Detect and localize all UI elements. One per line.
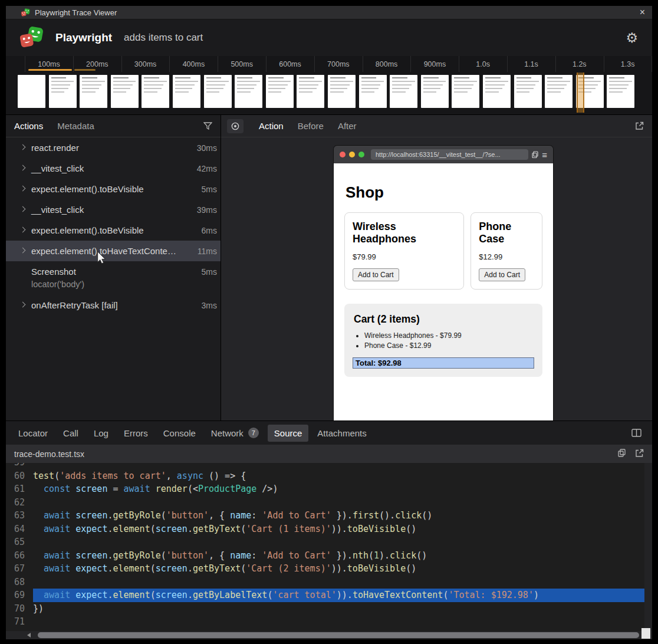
timeline-thumbnail[interactable]	[359, 75, 387, 108]
chevron-right-icon[interactable]	[20, 144, 26, 150]
tab-locator[interactable]: Locator	[12, 425, 54, 442]
tab-after[interactable]: After	[338, 121, 357, 131]
menu-icon[interactable]: ≡	[542, 150, 547, 159]
tab-attachments[interactable]: Attachments	[311, 425, 373, 442]
cart-box: Cart (2 items) Wireless Headphones - $79…	[344, 304, 542, 377]
line-number: 59	[6, 463, 25, 469]
action-item[interactable]: Screenshot5mslocator('body')	[6, 261, 221, 295]
timeline-thumbnail[interactable]	[545, 75, 573, 108]
chevron-right-icon[interactable]	[20, 186, 26, 192]
action-row[interactable]: Screenshot5ms	[6, 261, 221, 282]
action-row[interactable]: expect.element().toHaveTextConte…11ms	[6, 241, 221, 261]
code-line: 66 await screen.getByRole('button', { na…	[6, 549, 652, 563]
actions-panel: ActionsMetadata react.render30ms__vitest…	[6, 115, 221, 420]
code-line: 64 await expect.element(screen.getByText…	[6, 523, 652, 536]
action-row[interactable]: expect.element().toBeVisible5ms	[6, 179, 221, 199]
pick-locator-button[interactable]	[227, 119, 244, 133]
horizontal-scrollbar[interactable]	[6, 631, 652, 639]
url-bar[interactable]: http://localhost:63315/__vitest_test__/?…	[371, 149, 528, 160]
timeline-gridline	[410, 56, 411, 72]
timeline-thumbnail[interactable]	[607, 75, 634, 108]
copy-icon[interactable]	[618, 449, 626, 459]
tab-call[interactable]: Call	[57, 425, 85, 442]
split-view-icon[interactable]	[631, 429, 641, 437]
timeline-thumbnail[interactable]	[297, 75, 324, 108]
action-item[interactable]: expect.element().toBeVisible6ms	[6, 220, 221, 241]
timeline-thumbnail[interactable]	[483, 75, 511, 108]
timeline[interactable]: 100ms200ms300ms400ms500ms600ms700ms800ms…	[6, 56, 652, 115]
line-number: 62	[6, 496, 25, 510]
action-row[interactable]: __vitest_click39ms	[6, 199, 221, 220]
tab-errors[interactable]: Errors	[117, 425, 154, 442]
timeline-action-span	[74, 69, 96, 71]
chevron-right-icon[interactable]	[20, 227, 26, 233]
timeline-thumbnail[interactable]	[390, 75, 417, 108]
vertical-scrollbar[interactable]	[644, 463, 652, 631]
tab-label: Locator	[18, 428, 48, 438]
action-item[interactable]: react.render30ms	[6, 137, 221, 158]
tab-source[interactable]: Source	[268, 425, 309, 442]
timeline-thumbnail[interactable]	[514, 75, 542, 108]
action-row[interactable]: onAfterRetryTask [fail]3ms	[6, 295, 221, 316]
timeline-thumbnail[interactable]	[80, 75, 107, 108]
tab-metadata[interactable]: Metadata	[57, 121, 94, 131]
action-item[interactable]: __vitest_click42ms	[6, 158, 221, 179]
cart-title: Cart (2 items)	[354, 313, 534, 326]
chevron-right-icon[interactable]	[20, 248, 26, 254]
code-text	[33, 463, 652, 469]
open-external-icon[interactable]	[635, 121, 644, 130]
code-line: 69 await expect.element(screen.getByLabe…	[6, 589, 652, 602]
action-row[interactable]: expect.element().toBeVisible6ms	[6, 220, 221, 241]
timeline-gridline	[121, 56, 122, 72]
action-item[interactable]: expect.element().toHaveTextConte…11ms	[6, 241, 221, 261]
tab-console[interactable]: Console	[157, 425, 202, 442]
code-line: 67 await expect.element(screen.getByText…	[6, 562, 652, 576]
close-icon[interactable]: ×	[640, 8, 645, 17]
action-label: react.render	[31, 143, 79, 153]
tab-log[interactable]: Log	[87, 425, 115, 442]
network-badge: 7	[248, 428, 259, 438]
copy-url-icon[interactable]	[532, 151, 538, 158]
tab-action[interactable]: Action	[259, 121, 284, 131]
timeline-thumbnail[interactable]	[49, 75, 77, 108]
scroll-left-arrow-icon[interactable]	[27, 633, 31, 638]
action-row[interactable]: react.render30ms	[6, 137, 221, 158]
filter-icon[interactable]	[203, 122, 212, 130]
chevron-right-icon[interactable]	[20, 206, 26, 212]
chevron-right-icon[interactable]	[20, 165, 26, 171]
timeline-thumbnail[interactable]	[421, 75, 449, 108]
line-number: 66	[6, 549, 25, 563]
code-text: await screen.getByRole('button', { name:…	[33, 509, 652, 523]
timeline-thumbnail[interactable]	[142, 75, 169, 108]
action-item[interactable]: onAfterRetryTask [fail]3ms	[6, 295, 221, 316]
line-number: 68	[6, 576, 25, 589]
timeline-tick: 600ms	[279, 60, 301, 68]
cart-item: Phone Case - $12.99	[364, 341, 534, 350]
product-price: $12.99	[479, 252, 534, 261]
scrollbar-thumb[interactable]	[38, 632, 639, 638]
timeline-thumbnail[interactable]	[328, 75, 356, 108]
action-duration: 42ms	[192, 164, 217, 173]
page-heading: Shop	[346, 183, 542, 202]
timeline-thumbnail[interactable]	[235, 75, 262, 108]
add-to-cart-button[interactable]: Add to Cart	[479, 268, 525, 281]
tab-before[interactable]: Before	[298, 121, 324, 131]
timeline-thumbnail[interactable]	[204, 75, 232, 108]
open-external-icon[interactable]	[635, 449, 644, 459]
action-item[interactable]: expect.element().toBeVisible5ms	[6, 179, 221, 199]
tab-actions[interactable]: Actions	[14, 121, 43, 131]
timeline-thumbnail[interactable]	[266, 75, 294, 108]
timeline-thumbnail[interactable]	[173, 75, 200, 108]
snapshot-tab-slot: ActionBeforeAfter	[259, 121, 357, 131]
timeline-thumbnail[interactable]	[18, 75, 45, 108]
tab-network[interactable]: Network7	[205, 424, 265, 442]
gear-icon[interactable]: ⚙	[626, 31, 638, 45]
action-row[interactable]: __vitest_click42ms	[6, 158, 221, 179]
timeline-thumbnail[interactable]	[452, 75, 479, 108]
snapshot-tabs: ActionBeforeAfter	[221, 115, 652, 137]
timeline-thumbnail[interactable]	[111, 75, 139, 108]
add-to-cart-button[interactable]: Add to Cart	[353, 268, 399, 281]
timeline-gridline	[555, 56, 556, 72]
chevron-right-icon[interactable]	[20, 302, 26, 308]
action-item[interactable]: __vitest_click39ms	[6, 199, 221, 220]
